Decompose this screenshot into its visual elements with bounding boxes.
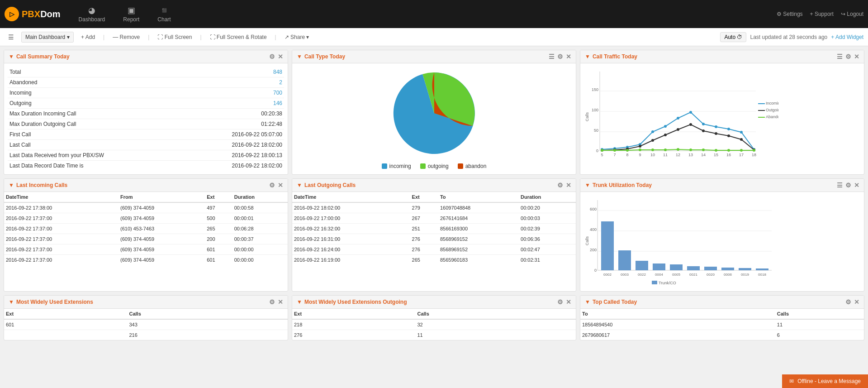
- widget-top-called-header: ▼ Top Called Today ⚙ ✕: [580, 296, 864, 309]
- settings-icon-tc[interactable]: ⚙: [845, 298, 851, 306]
- collapse-most-out[interactable]: ▼: [297, 299, 302, 305]
- col-to-tc: To: [580, 309, 775, 319]
- close-icon-mo[interactable]: ✕: [566, 298, 571, 306]
- collapse-trunk[interactable]: ▼: [585, 182, 590, 188]
- svg-text:0003: 0003: [621, 273, 629, 277]
- nav-dashboard-label: Dashboard: [79, 16, 105, 23]
- svg-rect-88: [687, 266, 700, 270]
- collapse-outgoing[interactable]: ▼: [297, 182, 302, 188]
- nav-chart[interactable]: ◾ Chart: [153, 3, 175, 25]
- settings-icon-tr[interactable]: ⚙: [845, 53, 851, 60]
- svg-text:Trunk/CO: Trunk/CO: [659, 281, 676, 285]
- collapse-most-in[interactable]: ▼: [9, 299, 14, 305]
- outgoing-header-row: DateTime Ext To Duration: [292, 192, 576, 202]
- close-icon-out[interactable]: ✕: [566, 182, 571, 189]
- call-summary-body: Total848Abandoned2Incoming700Outgoing146…: [4, 63, 288, 174]
- menu-icon-tr[interactable]: ☰: [837, 53, 843, 60]
- widget-outgoing-header: ▼ Last Outgoing Calls ⚙ ✕: [292, 179, 576, 192]
- collapse-incoming[interactable]: ▼: [9, 182, 14, 188]
- add-widget-btn[interactable]: + Add Widget: [831, 34, 863, 40]
- svg-text:14: 14: [701, 153, 706, 157]
- nav-dashboard[interactable]: ◕ Dashboard: [74, 3, 110, 25]
- most-used-incoming-title: Most Widely Used Extensions: [16, 299, 269, 305]
- cell: 2676141684: [438, 213, 519, 224]
- cell: 2016-09-22 17:37:00: [4, 224, 119, 234]
- cell: 18564894540: [580, 319, 775, 330]
- last-incoming-title: Last Incoming Calls: [16, 182, 269, 188]
- summary-label: Total: [8, 67, 186, 77]
- most-in-header-row: Ext Calls: [4, 309, 288, 319]
- dashboard-selector[interactable]: Main Dashboard ▾: [21, 32, 74, 43]
- collapse-arrow-3[interactable]: ▼: [585, 53, 590, 60]
- widget-incoming-controls: ⚙ ✕: [269, 182, 283, 189]
- logout-link[interactable]: ↪ Logout: [841, 11, 863, 17]
- settings-icon-in[interactable]: ⚙: [269, 182, 275, 189]
- summary-value[interactable]: 146: [186, 98, 284, 109]
- close-widget-icon[interactable]: ✕: [278, 53, 283, 60]
- collapse-arrow-2[interactable]: ▼: [297, 53, 302, 60]
- summary-label: Last Call: [8, 140, 186, 150]
- remove-btn[interactable]: — Remove: [109, 32, 143, 42]
- settings-icon-ct[interactable]: ⚙: [557, 53, 563, 60]
- fullscreen-rotate-btn[interactable]: ⛶ Full Screen & Rotate: [206, 32, 270, 42]
- cell: 00:06:28: [232, 224, 288, 234]
- toggle-btn[interactable]: ☰: [5, 32, 18, 43]
- cell: 00:02:31: [519, 255, 576, 265]
- close-icon-tc[interactable]: ✕: [854, 298, 859, 306]
- logo[interactable]: ▷ PBXDom: [5, 7, 61, 21]
- cell: 218: [292, 319, 415, 330]
- menu-icon[interactable]: ☰: [549, 53, 555, 60]
- top-called-title: Top Called Today: [593, 299, 845, 305]
- svg-text:10: 10: [650, 153, 655, 157]
- svg-text:0: 0: [596, 148, 598, 153]
- table-row: 2016-09-22 17:37:00(609) 374-405960100:0…: [4, 244, 288, 255]
- cell: 276: [410, 234, 438, 244]
- incoming-thead: DateTime From Ext Duration: [4, 192, 288, 202]
- svg-text:13: 13: [688, 153, 693, 157]
- summary-value[interactable]: 700: [186, 88, 284, 98]
- support-link[interactable]: + Support: [810, 11, 834, 17]
- settings-icon-out[interactable]: ⚙: [557, 182, 563, 189]
- incoming-label: incoming: [389, 163, 411, 169]
- settings-widget-icon[interactable]: ⚙: [269, 53, 275, 60]
- top-header-row: To Calls: [580, 309, 864, 319]
- svg-point-59: [727, 149, 730, 152]
- close-icon-in[interactable]: ✕: [278, 182, 283, 189]
- bar-chart-svg: Calls 0 200 400 600 0002: [584, 196, 778, 286]
- collapse-top[interactable]: ▼: [585, 299, 590, 305]
- auto-btn[interactable]: Auto ⏱: [720, 32, 746, 42]
- settings-icon-mi[interactable]: ⚙: [269, 298, 275, 306]
- fullscreen-btn[interactable]: ⛶ Full Screen: [154, 32, 195, 42]
- toolbar-right: Auto ⏱ Last updated at 28 seconds ago + …: [720, 32, 863, 42]
- svg-point-44: [702, 129, 705, 132]
- widget-most-used-incoming: ▼ Most Widely Used Extensions ⚙ ✕ Ext Ca…: [4, 295, 288, 340]
- close-icon-tr[interactable]: ✕: [854, 53, 859, 60]
- nav-report[interactable]: ▣ Report: [119, 3, 144, 25]
- svg-point-49: [601, 149, 603, 152]
- table-row: 2016-09-22 17:37:00(609) 374-405950000:0…: [4, 213, 288, 224]
- close-icon-tr2[interactable]: ✕: [854, 182, 859, 189]
- share-btn[interactable]: ↗ Share ▾: [281, 32, 313, 42]
- settings-link[interactable]: ⚙ Settings: [777, 11, 803, 17]
- summary-value[interactable]: 2: [186, 77, 284, 88]
- trunk-title: Trunk Utilization Today: [593, 182, 837, 188]
- close-icon-ct[interactable]: ✕: [566, 53, 571, 60]
- summary-label: Last Data Record Date Time is: [8, 161, 186, 171]
- cell: 8565960183: [438, 255, 519, 265]
- collapse-arrow[interactable]: ▼: [9, 53, 14, 60]
- cell: 2016-09-22 17:37:00: [4, 234, 119, 244]
- cell: 00:00:00: [232, 244, 288, 255]
- menu-icon-tr2[interactable]: ☰: [837, 182, 843, 189]
- close-icon-mi[interactable]: ✕: [278, 298, 283, 306]
- settings-icon-tr2[interactable]: ⚙: [845, 182, 851, 189]
- most-used-incoming-body: Ext Calls 601343216: [4, 309, 288, 340]
- summary-value[interactable]: 848: [186, 67, 284, 77]
- widget-trunk-controls: ☰ ⚙ ✕: [837, 182, 859, 189]
- svg-rect-80: [618, 250, 631, 270]
- sep4: |: [275, 34, 276, 40]
- cell: 500: [205, 213, 232, 224]
- summary-value: 2016-09-22 18:02:00: [186, 140, 284, 150]
- settings-icon-mo[interactable]: ⚙: [557, 298, 563, 306]
- add-btn[interactable]: + Add: [77, 32, 99, 42]
- nav-chart-label: Chart: [157, 16, 171, 23]
